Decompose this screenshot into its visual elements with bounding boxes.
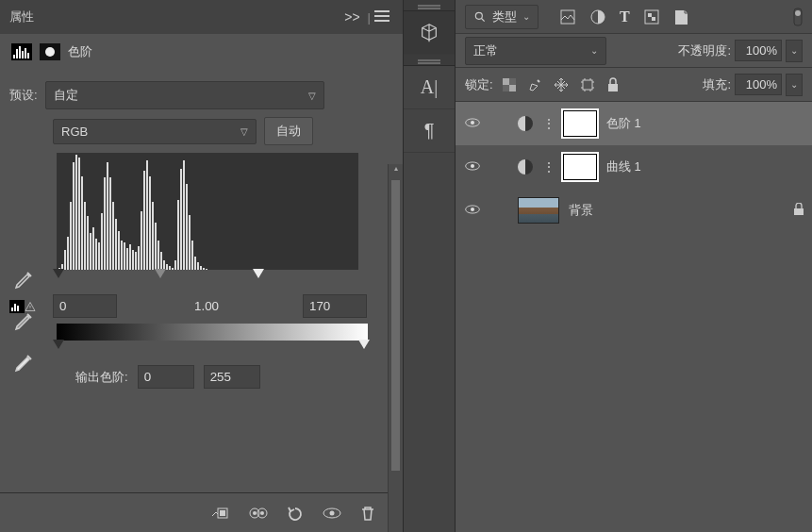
fill-dropdown[interactable]: ⌄ xyxy=(786,74,803,96)
dock-strip: A| ¶ xyxy=(403,0,456,532)
svg-rect-19 xyxy=(583,80,592,90)
view-previous-icon[interactable] xyxy=(248,505,269,522)
dock-paragraph-icon[interactable]: ¶ xyxy=(404,109,455,153)
trash-icon[interactable] xyxy=(359,505,376,522)
visibility-toggle[interactable] xyxy=(463,116,482,132)
eyedropper-black-icon[interactable] xyxy=(13,268,36,291)
white-point-handle[interactable] xyxy=(253,269,264,278)
layers-filter-bar: 类型 ⌄ T xyxy=(456,0,812,34)
visibility-toggle[interactable] xyxy=(463,203,482,219)
output-white-handle[interactable] xyxy=(358,340,370,349)
layer-thumbnail[interactable] xyxy=(518,197,559,224)
svg-point-15 xyxy=(795,10,801,16)
eyedropper-white-icon[interactable] xyxy=(13,351,36,374)
lock-all-icon[interactable] xyxy=(606,77,620,92)
gray-point-handle[interactable] xyxy=(155,269,166,278)
dock-grip[interactable] xyxy=(404,55,455,66)
output-slider[interactable] xyxy=(57,341,368,350)
fill-field[interactable]: 100% xyxy=(735,74,782,95)
mask-icon xyxy=(40,43,60,60)
output-black-field[interactable] xyxy=(138,365,194,389)
layer-name[interactable]: 色阶 1 xyxy=(606,115,804,132)
layer-row[interactable]: 背景 xyxy=(456,189,812,232)
scroll-up-icon[interactable]: ▴ xyxy=(389,164,403,174)
mask-thumbnail[interactable] xyxy=(563,154,597,180)
visibility-toggle[interactable] xyxy=(463,159,482,175)
layer-name[interactable]: 背景 xyxy=(569,202,784,219)
svg-point-4 xyxy=(253,511,257,515)
input-black-field[interactable] xyxy=(53,294,117,318)
panel-content: 预设: 自定 ▽ RGB ▽ 自动 xyxy=(0,70,403,492)
filter-type-select[interactable]: 类型 ⌄ xyxy=(465,5,539,29)
lock-fill-row: 锁定: 填充: 100% ⌄ xyxy=(456,68,812,102)
panel-footer xyxy=(0,492,403,532)
opacity-label: 不透明度: xyxy=(678,42,731,59)
input-gamma-field[interactable] xyxy=(178,295,235,317)
visibility-icon[interactable] xyxy=(322,505,342,522)
output-label: 输出色阶: xyxy=(75,369,128,386)
input-slider[interactable] xyxy=(57,270,358,279)
blend-opacity-row: 正常 ⌄ 不透明度: 100% ⌄ xyxy=(456,34,812,68)
channel-value: RGB xyxy=(61,125,88,139)
filter-smartobject-icon[interactable] xyxy=(673,8,688,25)
svg-rect-13 xyxy=(652,17,655,21)
scrollbar[interactable]: ▴ ▾ xyxy=(388,164,403,532)
svg-rect-27 xyxy=(794,208,804,215)
histogram xyxy=(57,153,358,270)
adjustment-icon xyxy=(518,116,533,131)
lock-artboard-icon[interactable] xyxy=(580,77,595,92)
output-black-handle[interactable] xyxy=(53,340,64,349)
dock-3d-icon[interactable] xyxy=(404,11,455,55)
clip-to-layer-icon[interactable] xyxy=(210,505,231,522)
eyedropper-gray-icon[interactable] xyxy=(13,309,36,332)
channel-select[interactable]: RGB ▽ xyxy=(53,119,257,144)
filter-shape-icon[interactable] xyxy=(643,8,660,25)
link-icon[interactable]: ⋮ xyxy=(542,159,554,175)
blend-mode-select[interactable]: 正常 ⌄ xyxy=(465,37,606,65)
preset-label: 预设: xyxy=(9,87,38,104)
svg-rect-17 xyxy=(503,78,509,85)
mask-thumbnail[interactable] xyxy=(563,110,597,137)
filter-pixel-icon[interactable] xyxy=(559,8,576,25)
properties-panel: 属性 >> | 色阶 预设: 自定 ▽ RGB ▽ 自动 xyxy=(0,0,403,532)
auto-button[interactable]: 自动 xyxy=(264,117,313,145)
layer-row[interactable]: ⋮曲线 1 xyxy=(456,145,812,189)
reset-icon[interactable] xyxy=(286,505,305,522)
dock-character-icon[interactable]: A| xyxy=(404,66,455,109)
svg-rect-20 xyxy=(608,84,618,91)
filter-label: 类型 xyxy=(492,8,517,25)
filter-toggle-switch[interactable] xyxy=(793,8,803,26)
fill-label: 填充: xyxy=(703,76,731,93)
chevron-down-icon: ⌄ xyxy=(522,11,530,22)
collapse-button[interactable]: >> xyxy=(344,9,359,25)
panel-menu-icon[interactable] xyxy=(371,10,393,25)
adjustment-icon xyxy=(518,159,533,175)
link-icon[interactable]: ⋮ xyxy=(542,116,554,131)
lock-icon xyxy=(793,203,804,219)
opacity-field[interactable]: 100% xyxy=(735,40,782,61)
svg-point-5 xyxy=(260,511,264,515)
lock-transparency-icon[interactable] xyxy=(503,78,516,91)
levels-icon xyxy=(11,43,32,60)
chevron-down-icon: ⌄ xyxy=(590,45,598,56)
svg-point-26 xyxy=(471,207,474,210)
layer-row[interactable]: ⋮色阶 1 xyxy=(456,102,812,145)
opacity-dropdown[interactable]: ⌄ xyxy=(786,40,803,62)
preset-select[interactable]: 自定 ▽ xyxy=(45,81,324,109)
filter-type-icon[interactable]: T xyxy=(620,8,630,25)
svg-point-7 xyxy=(330,510,335,515)
lock-position-icon[interactable] xyxy=(554,77,569,92)
black-point-handle[interactable] xyxy=(53,269,64,278)
dock-grip[interactable] xyxy=(404,0,455,11)
chevron-down-icon: ▽ xyxy=(308,91,316,101)
blend-mode-value: 正常 xyxy=(473,42,498,59)
output-gradient xyxy=(57,324,368,341)
input-white-field[interactable] xyxy=(303,294,367,318)
panel-header: 属性 >> | xyxy=(0,0,403,34)
scroll-thumb[interactable] xyxy=(390,179,401,472)
filter-adjustment-icon[interactable] xyxy=(589,8,606,25)
layer-name[interactable]: 曲线 1 xyxy=(606,158,804,175)
output-white-field[interactable] xyxy=(204,365,260,389)
svg-point-22 xyxy=(471,120,474,124)
lock-paint-icon[interactable] xyxy=(527,77,542,92)
